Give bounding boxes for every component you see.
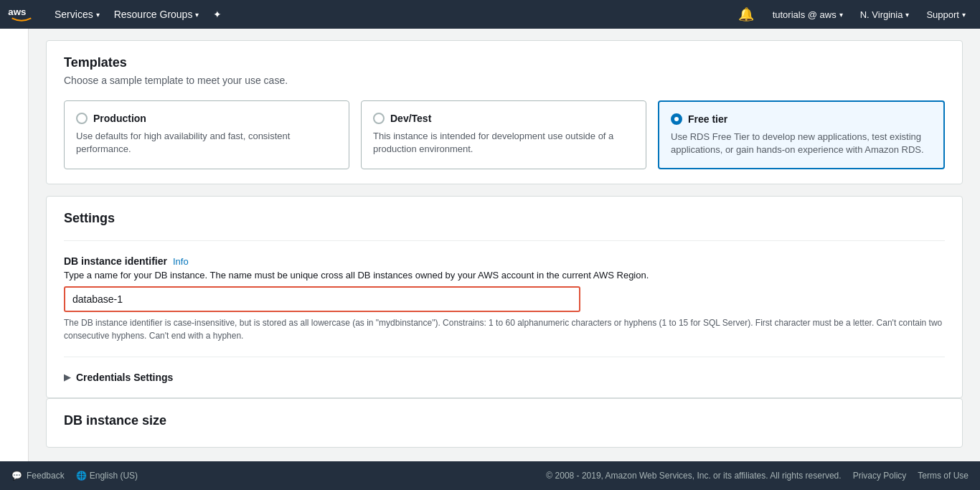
resource-groups-menu[interactable]: Resource Groups ▾ <box>107 0 207 29</box>
db-identifier-hint: The DB instance identifier is case-insen… <box>64 316 945 342</box>
db-instance-size-card: DB instance size <box>46 398 963 448</box>
db-identifier-input[interactable] <box>64 286 580 312</box>
credentials-divider <box>64 357 945 357</box>
aws-logo[interactable]: aws <box>7 6 36 23</box>
region-chevron-icon: ▾ <box>905 11 909 19</box>
freetier-header: Free tier <box>671 113 932 125</box>
support-menu[interactable]: Support ▾ <box>919 0 973 29</box>
db-instance-identifier-field: DB instance identifier Info Type a name … <box>64 255 945 342</box>
nav-right-section: 🔔 tutorials @ aws ▾ N. Virginia ▾ Suppor… <box>730 0 973 29</box>
footer-right: © 2008 - 2019, Amazon Web Services, Inc.… <box>546 471 969 481</box>
devtest-radio[interactable] <box>373 113 385 124</box>
copyright-text: © 2008 - 2019, Amazon Web Services, Inc.… <box>546 471 841 481</box>
sidebar-menu-icon[interactable]: ☰ <box>3 36 26 52</box>
svg-text:aws: aws <box>8 6 26 17</box>
credentials-label: Credentials Settings <box>76 372 173 383</box>
freetier-label: Free tier <box>688 113 727 125</box>
db-identifier-info-link[interactable]: Info <box>173 256 189 267</box>
templates-title: Templates <box>64 55 945 70</box>
credentials-toggle[interactable]: ▶ Credentials Settings <box>64 372 945 383</box>
bookmarks-icon-button[interactable]: ✦ <box>206 0 229 29</box>
devtest-header: Dev/Test <box>373 113 634 124</box>
production-desc: Use defaults for high availability and f… <box>76 130 337 156</box>
user-chevron-icon: ▾ <box>839 11 843 19</box>
privacy-policy-link[interactable]: Privacy Policy <box>853 471 907 481</box>
services-menu[interactable]: Services ▾ <box>47 0 107 29</box>
chat-icon: 💬 <box>11 471 22 481</box>
main-content: Templates Choose a sample template to me… <box>29 29 980 490</box>
production-radio[interactable] <box>76 113 88 124</box>
support-chevron-icon: ▾ <box>962 11 966 19</box>
freetier-radio[interactable] <box>671 113 682 125</box>
sidebar: ☰ <box>0 29 29 490</box>
notifications-icon[interactable]: 🔔 <box>730 6 763 22</box>
services-chevron-icon: ▾ <box>96 11 100 19</box>
template-option-production[interactable]: Production Use defaults for high availab… <box>64 100 349 169</box>
region-menu[interactable]: N. Virginia ▾ <box>853 0 917 29</box>
template-option-freetier[interactable]: Free tier Use RDS Free Tier to develop n… <box>658 100 945 169</box>
credentials-expand-icon: ▶ <box>64 372 70 382</box>
resource-groups-chevron-icon: ▾ <box>195 11 199 19</box>
star-icon: ✦ <box>213 9 222 20</box>
template-options-group: Production Use defaults for high availab… <box>64 100 945 169</box>
globe-icon: 🌐 <box>76 471 87 481</box>
footer-left: 💬 Feedback 🌐 English (US) <box>11 471 138 481</box>
settings-card: Settings DB instance identifier Info Typ… <box>46 196 963 398</box>
language-selector[interactable]: 🌐 English (US) <box>76 471 138 481</box>
devtest-label: Dev/Test <box>390 113 431 124</box>
settings-divider <box>64 240 945 241</box>
top-nav: aws Services ▾ Resource Groups ▾ ✦ 🔔 tut… <box>0 0 980 29</box>
db-instance-size-title: DB instance size <box>64 413 945 428</box>
templates-card: Templates Choose a sample template to me… <box>46 40 963 184</box>
template-option-devtest[interactable]: Dev/Test This instance is intended for d… <box>361 100 646 169</box>
footer: 💬 Feedback 🌐 English (US) © 2008 - 2019,… <box>0 461 980 490</box>
freetier-desc: Use RDS Free Tier to develop new applica… <box>671 131 932 156</box>
feedback-button[interactable]: 💬 Feedback <box>11 471 65 481</box>
production-label: Production <box>93 113 146 124</box>
db-identifier-description: Type a name for your DB instance. The na… <box>64 270 945 281</box>
settings-title: Settings <box>64 211 945 226</box>
db-identifier-label: DB instance identifier Info <box>64 255 945 267</box>
terms-link[interactable]: Terms of Use <box>918 471 969 481</box>
devtest-desc: This instance is intended for developmen… <box>373 130 634 156</box>
page-layout: ☰ Templates Choose a sample template to … <box>0 29 980 490</box>
production-header: Production <box>76 113 337 124</box>
user-menu[interactable]: tutorials @ aws ▾ <box>765 0 850 29</box>
templates-subtitle: Choose a sample template to meet your us… <box>64 75 945 86</box>
